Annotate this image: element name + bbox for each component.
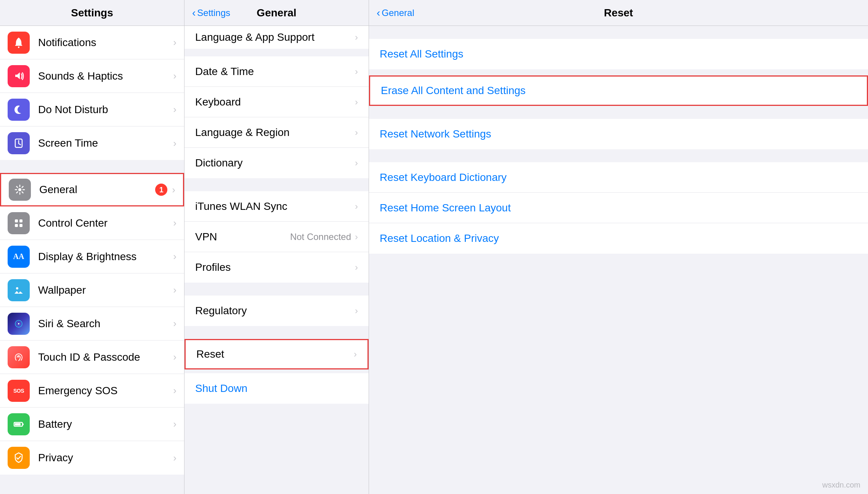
left-settings-list: Notifications › Sounds & Haptics › — [0, 26, 184, 494]
general-badge: 1 — [155, 184, 167, 196]
reset-chevron: › — [354, 349, 357, 360]
keyboard-chevron: › — [355, 97, 358, 107]
erase-all-label: Erase All Content and Settings — [381, 85, 526, 97]
right-item-reset-location[interactable]: Reset Location & Privacy — [369, 223, 868, 254]
mid-back-label: Settings — [197, 8, 230, 18]
controlcenter-chevron: › — [173, 217, 176, 229]
mid-item-language-app[interactable]: Language & App Support › — [185, 26, 369, 49]
left-group-2: General 1 › Control Center › — [0, 173, 184, 475]
sidebar-item-general[interactable]: General 1 › — [0, 173, 184, 206]
sidebar-item-sounds[interactable]: Sounds & Haptics › — [0, 59, 184, 93]
right-divider-2 — [369, 106, 868, 119]
sidebar-item-display[interactable]: AA Display & Brightness › — [0, 240, 184, 273]
right-item-reset-home-screen[interactable]: Reset Home Screen Layout — [369, 193, 868, 223]
svg-point-1 — [18, 46, 19, 48]
sounds-icon — [8, 65, 30, 87]
mid-header: ‹ Settings General — [185, 0, 369, 26]
sidebar-item-controlcenter[interactable]: Control Center › — [0, 206, 184, 240]
svg-rect-14 — [15, 423, 21, 425]
language-region-label: Language & Region — [195, 126, 355, 139]
sidebar-item-notifications[interactable]: Notifications › — [0, 26, 184, 59]
mid-column: ‹ Settings General Language & App Suppor… — [185, 0, 369, 494]
mid-item-reset[interactable]: Reset › — [185, 339, 369, 369]
right-back-button[interactable]: ‹ General — [377, 8, 414, 18]
mid-item-shutdown[interactable]: Shut Down — [185, 373, 369, 404]
touchid-chevron: › — [173, 351, 176, 363]
battery-icon — [8, 413, 30, 435]
display-chevron: › — [173, 251, 176, 262]
datetime-chevron: › — [355, 66, 358, 77]
left-divider-1 — [0, 160, 184, 173]
right-back-chevron: ‹ — [377, 8, 380, 18]
mid-item-datetime[interactable]: Date & Time › — [185, 56, 369, 87]
donotdisturb-icon — [8, 99, 30, 121]
mid-item-keyboard[interactable]: Keyboard › — [185, 87, 369, 117]
general-chevron: › — [172, 184, 175, 196]
left-group-1: Notifications › Sounds & Haptics › — [0, 26, 184, 160]
keyboard-label: Keyboard — [195, 96, 355, 108]
sidebar-item-touchid[interactable]: Touch ID & Passcode › — [0, 341, 184, 374]
left-title: Settings — [71, 7, 113, 19]
sidebar-item-emergencysos[interactable]: SOS Emergency SOS › — [0, 374, 184, 408]
profiles-chevron: › — [355, 262, 358, 273]
controlcenter-icon — [8, 212, 30, 234]
general-label: General — [39, 184, 155, 196]
sidebar-item-screentime[interactable]: Screen Time › — [0, 126, 184, 160]
mid-divider-1 — [185, 178, 369, 191]
regulatory-label: Regulatory — [195, 305, 355, 317]
itunes-label: iTunes WLAN Sync — [195, 200, 355, 213]
battery-label: Battery — [38, 418, 173, 430]
mid-settings-list: Language & App Support › Date & Time › K… — [185, 26, 369, 494]
sounds-chevron: › — [173, 70, 176, 82]
battery-chevron: › — [173, 418, 176, 430]
right-item-reset-keyboard[interactable]: Reset Keyboard Dictionary — [369, 162, 868, 193]
left-header: Settings — [0, 0, 184, 26]
mid-back-chevron: ‹ — [192, 8, 196, 18]
touchid-icon — [8, 346, 30, 368]
sidebar-item-siri[interactable]: Siri & Search › — [0, 307, 184, 341]
touchid-label: Touch ID & Passcode — [38, 351, 173, 363]
siri-icon — [8, 313, 30, 335]
mid-item-vpn[interactable]: VPN Not Connected › — [185, 222, 369, 252]
mid-item-language-region[interactable]: Language & Region › — [185, 117, 369, 148]
shutdown-label: Shut Down — [195, 382, 358, 395]
notifications-label: Notifications — [38, 37, 173, 49]
mid-divider-4 — [185, 369, 369, 373]
sidebar-item-privacy[interactable]: Privacy › — [0, 441, 184, 475]
mid-group-top: Language & App Support › — [185, 26, 369, 49]
general-icon — [9, 179, 31, 201]
dictionary-chevron: › — [355, 158, 358, 168]
right-group-4: Reset Keyboard Dictionary Reset Home Scr… — [369, 162, 868, 254]
privacy-label: Privacy — [38, 452, 173, 464]
mid-group-2: iTunes WLAN Sync › VPN Not Connected › P… — [185, 191, 369, 283]
reset-all-settings-label: Reset All Settings — [380, 48, 463, 60]
regulatory-chevron: › — [355, 305, 358, 316]
right-item-reset-network[interactable]: Reset Network Settings — [369, 119, 868, 149]
sidebar-item-donotdisturb[interactable]: Do Not Disturb › — [0, 93, 184, 126]
controlcenter-label: Control Center — [38, 217, 173, 229]
mid-item-itunes[interactable]: iTunes WLAN Sync › — [185, 191, 369, 222]
mid-back-button[interactable]: ‹ Settings — [192, 8, 230, 18]
mid-group-3: Regulatory › — [185, 296, 369, 326]
notifications-chevron: › — [173, 37, 176, 48]
vpn-chevron: › — [355, 232, 358, 242]
wallpaper-icon — [8, 279, 30, 301]
mid-item-regulatory[interactable]: Regulatory › — [185, 296, 369, 326]
dictionary-label: Dictionary — [195, 157, 355, 169]
right-item-reset-all-settings[interactable]: Reset All Settings — [369, 39, 868, 69]
vpn-label: VPN — [195, 231, 290, 243]
sidebar-item-battery[interactable]: Battery › — [0, 408, 184, 441]
right-item-erase-all[interactable]: Erase All Content and Settings — [369, 75, 868, 106]
right-group-2: Erase All Content and Settings — [369, 75, 868, 106]
screentime-label: Screen Time — [38, 137, 173, 149]
mid-divider-0 — [185, 49, 369, 56]
mid-item-profiles[interactable]: Profiles › — [185, 252, 369, 283]
siri-chevron: › — [173, 318, 176, 329]
reset-location-label: Reset Location & Privacy — [380, 232, 499, 245]
reset-label: Reset — [196, 348, 354, 360]
sidebar-item-wallpaper[interactable]: Wallpaper › — [0, 273, 184, 307]
siri-label: Siri & Search — [38, 318, 173, 330]
mid-item-dictionary[interactable]: Dictionary › — [185, 148, 369, 178]
emergencysos-label: Emergency SOS — [38, 385, 173, 397]
reset-network-label: Reset Network Settings — [380, 128, 491, 140]
